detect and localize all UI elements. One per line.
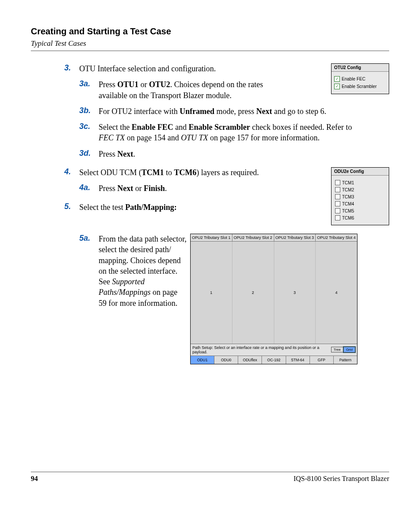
footer-stm64-button[interactable]: STM-64: [286, 356, 310, 364]
footer-rule: [31, 472, 389, 472]
t: on page 154 and: [125, 133, 181, 142]
enable-fec-label: Enable FEC: [342, 77, 365, 81]
t: TCM6: [174, 168, 196, 177]
enable-scrambler-checkbox[interactable]: ✓: [334, 84, 340, 89]
tcm1-label: TCM1: [342, 180, 354, 185]
page-title: Creating and Starting a Test Case: [31, 26, 389, 37]
step-5-num: 5.: [64, 202, 71, 211]
grid-cell-1[interactable]: 1: [191, 242, 232, 344]
step-3d: 3d. Press Next.: [79, 149, 389, 159]
page-footer: 94 IQS-8100 Series Transport Blazer: [31, 468, 389, 483]
t: mode, press: [214, 107, 256, 116]
t: Finish: [144, 184, 165, 193]
step-4-num: 4.: [64, 167, 71, 176]
t: Select ODU TCM (: [79, 168, 141, 177]
t: OTU2: [149, 80, 170, 89]
tributary-grid-panel: OPU2 Tributary Slot 1 OPU2 Tributary Slo…: [190, 234, 357, 364]
t: Unframed: [180, 107, 214, 116]
page-number: 94: [31, 475, 38, 483]
odu2e-config-title: ODU2e Config: [332, 168, 389, 176]
view-tree-button[interactable]: Tree: [331, 347, 343, 352]
t: ) layers as required.: [196, 168, 259, 177]
view-grid-button[interactable]: Grid: [343, 347, 355, 352]
grid-cell-3[interactable]: 3: [274, 242, 316, 344]
t: Enable Scrambler: [189, 123, 251, 132]
footer-gfp-button[interactable]: GFP: [310, 356, 334, 364]
otu2-config-title: OTU2 Config: [332, 64, 389, 72]
grid-status-text: Path Setup: Select or an interface rate …: [192, 345, 331, 354]
step-3-text: OTU Interface selection and configuratio…: [79, 63, 269, 74]
page-subtitle: Typical Test Cases: [31, 39, 389, 48]
t: Next: [256, 107, 272, 116]
t: Press: [99, 150, 118, 158]
step-3d-num: 3d.: [79, 149, 91, 158]
step-4a-num: 4a.: [79, 183, 90, 192]
t: OTU1: [118, 80, 139, 89]
step-4: 4. Select ODU TCM (TCM1 to TCM6) layers …: [79, 167, 389, 194]
t: and: [173, 123, 189, 132]
tcm1-checkbox[interactable]: [335, 180, 340, 185]
tcm2-label: TCM2: [342, 187, 354, 192]
t: .: [165, 184, 167, 193]
grid-cell-2[interactable]: 2: [232, 242, 274, 344]
grid-header-2: OPU2 Tributary Slot 2: [232, 234, 274, 241]
grid-header-3: OPU2 Tributary Slot 3: [274, 234, 316, 241]
t: on page 157 for more information.: [208, 133, 320, 142]
tcm3-checkbox[interactable]: [335, 194, 340, 199]
footer-pattern-button[interactable]: Pattern: [334, 356, 357, 364]
t: to: [164, 168, 174, 177]
enable-fec-checkbox[interactable]: ✓: [334, 76, 340, 82]
t: Path/Mapping:: [125, 203, 177, 212]
grid-header-4: OPU2 Tributary Slot 4: [316, 234, 357, 241]
step-3a: 3a. Press OTU1 or OTU2. Choices depend o…: [79, 79, 288, 101]
t: check boxes if needed. Refer to: [250, 123, 352, 132]
step-3c-num: 3c.: [79, 122, 90, 131]
footer-oc192-button[interactable]: OC-192: [262, 356, 286, 364]
t: Enable FEC: [132, 123, 173, 132]
t: and go to step 6.: [272, 107, 326, 116]
t: Next: [118, 184, 133, 193]
step-5a-num: 5a.: [79, 234, 90, 243]
t: or: [133, 184, 144, 193]
step-5a: 5a. From the data path selector, select …: [79, 234, 389, 308]
t: FEC TX: [99, 133, 125, 142]
footer-odu1-button[interactable]: ODU1: [191, 356, 214, 364]
footer-product: IQS-8100 Series Transport Blazer: [294, 475, 389, 483]
t: TCM1: [141, 168, 164, 177]
header-rule: [31, 51, 389, 51]
t: OTU TX: [181, 133, 208, 142]
t: Select the: [99, 123, 132, 132]
t: or: [139, 80, 149, 89]
t: Press: [99, 184, 118, 193]
step-3: 3. OTU Interface selection and configura…: [79, 63, 389, 159]
grid-header-1: OPU2 Tributary Slot 1: [191, 234, 232, 241]
step-3b: 3b. For OTU2 interface with Unframed mod…: [79, 106, 363, 117]
step-3c: 3c. Select the Enable FEC and Enable Scr…: [79, 122, 363, 143]
t: .: [133, 150, 136, 158]
step-3b-num: 3b.: [79, 106, 91, 115]
t: Press: [99, 80, 118, 89]
step-3a-num: 3a.: [79, 79, 90, 88]
step-5: 5. Select the test Path/Mapping: 5a. Fro…: [79, 202, 389, 308]
enable-scrambler-label: Enable Scrambler: [342, 84, 376, 89]
t: Select the test: [79, 203, 125, 212]
t: For OTU2 interface with: [99, 107, 180, 116]
step-4a: 4a. Press Next or Finish.: [79, 183, 275, 194]
tcm3-label: TCM3: [342, 194, 354, 199]
footer-oduflex-button[interactable]: ODUflex: [238, 356, 262, 364]
footer-odu0-button[interactable]: ODU0: [214, 356, 238, 364]
grid-cell-4[interactable]: 4: [316, 242, 357, 344]
step-3-num: 3.: [64, 63, 71, 73]
tcm2-checkbox[interactable]: [335, 187, 340, 192]
t: Next: [118, 150, 133, 158]
otu2-config-panel: OTU2 Config ✓ Enable FEC ✓ Enable Scramb…: [331, 63, 389, 94]
